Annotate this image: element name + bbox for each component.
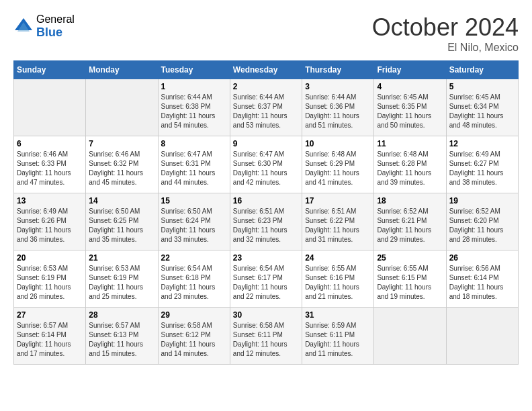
month-title: October 2024 [372,13,519,42]
calendar-cell: 11Sunrise: 6:48 AMSunset: 6:28 PMDayligh… [374,136,446,193]
day-number: 15 [161,196,227,205]
weekday-header-monday: Monday [86,61,158,79]
day-number: 31 [305,310,371,320]
calendar-cell: 15Sunrise: 6:50 AMSunset: 6:24 PMDayligh… [158,193,230,250]
cell-content: Sunrise: 6:48 AMSunset: 6:28 PMDaylight:… [377,150,443,187]
location-subtitle: El Nilo, Mexico [372,42,519,54]
cell-content: Sunrise: 6:44 AMSunset: 6:36 PMDaylight:… [305,93,371,130]
weekday-header-wednesday: Wednesday [230,61,302,79]
week-row-4: 27Sunrise: 6:57 AMSunset: 6:14 PMDayligh… [14,308,519,365]
logo-text: General Blue [36,13,75,40]
day-number: 18 [377,196,443,205]
day-number: 3 [305,82,371,91]
cell-content: Sunrise: 6:55 AMSunset: 6:16 PMDaylight:… [305,264,371,302]
day-number: 11 [377,139,443,148]
week-row-3: 20Sunrise: 6:53 AMSunset: 6:19 PMDayligh… [14,250,519,308]
cell-content: Sunrise: 6:58 AMSunset: 6:12 PMDaylight:… [161,321,227,359]
cell-content: Sunrise: 6:46 AMSunset: 6:33 PMDaylight:… [17,150,83,187]
day-number: 14 [89,196,154,205]
logo-icon [13,17,34,37]
cell-content: Sunrise: 6:47 AMSunset: 6:31 PMDaylight:… [161,150,227,187]
day-number: 8 [161,139,227,148]
logo-general: General [36,13,75,26]
weekday-header-tuesday: Tuesday [158,61,230,79]
calendar-cell: 24Sunrise: 6:55 AMSunset: 6:16 PMDayligh… [302,250,374,308]
day-number: 17 [305,196,371,205]
day-number: 19 [449,196,515,205]
calendar-cell: 1Sunrise: 6:44 AMSunset: 6:38 PMDaylight… [158,79,230,136]
calendar-cell: 23Sunrise: 6:54 AMSunset: 6:17 PMDayligh… [230,250,302,308]
calendar-table: SundayMondayTuesdayWednesdayThursdayFrid… [13,60,519,365]
calendar-cell: 28Sunrise: 6:57 AMSunset: 6:13 PMDayligh… [86,308,158,365]
cell-content: Sunrise: 6:49 AMSunset: 6:27 PMDaylight:… [449,150,515,187]
calendar-cell: 13Sunrise: 6:49 AMSunset: 6:26 PMDayligh… [14,193,86,250]
cell-content: Sunrise: 6:54 AMSunset: 6:17 PMDaylight:… [233,264,299,302]
calendar-header: SundayMondayTuesdayWednesdayThursdayFrid… [14,61,519,79]
day-number: 24 [305,253,371,263]
calendar-cell [374,308,446,365]
day-number: 16 [233,196,299,205]
title-block: October 2024 El Nilo, Mexico [372,13,519,54]
weekday-header-sunday: Sunday [14,61,86,79]
cell-content: Sunrise: 6:58 AMSunset: 6:11 PMDaylight:… [233,321,299,359]
cell-content: Sunrise: 6:54 AMSunset: 6:18 PMDaylight:… [161,264,227,302]
calendar-cell: 14Sunrise: 6:50 AMSunset: 6:25 PMDayligh… [86,193,158,250]
calendar-cell: 17Sunrise: 6:51 AMSunset: 6:22 PMDayligh… [302,193,374,250]
cell-content: Sunrise: 6:48 AMSunset: 6:29 PMDaylight:… [305,150,371,187]
cell-content: Sunrise: 6:53 AMSunset: 6:19 PMDaylight:… [89,264,154,302]
cell-content: Sunrise: 6:46 AMSunset: 6:32 PMDaylight:… [89,150,154,187]
week-row-0: 1Sunrise: 6:44 AMSunset: 6:38 PMDaylight… [14,79,519,136]
day-number: 27 [17,310,83,320]
day-number: 2 [233,82,299,91]
week-row-1: 6Sunrise: 6:46 AMSunset: 6:33 PMDaylight… [14,136,519,193]
calendar-cell: 31Sunrise: 6:59 AMSunset: 6:11 PMDayligh… [302,308,374,365]
day-number: 26 [449,253,515,263]
cell-content: Sunrise: 6:57 AMSunset: 6:13 PMDaylight:… [89,321,154,359]
logo: General Blue [13,13,75,40]
day-number: 22 [161,253,227,263]
weekday-header-thursday: Thursday [302,61,374,79]
calendar-cell: 21Sunrise: 6:53 AMSunset: 6:19 PMDayligh… [86,250,158,308]
calendar-cell: 19Sunrise: 6:52 AMSunset: 6:20 PMDayligh… [446,193,518,250]
day-number: 20 [17,253,83,263]
cell-content: Sunrise: 6:51 AMSunset: 6:23 PMDaylight:… [233,207,299,244]
calendar-cell: 30Sunrise: 6:58 AMSunset: 6:11 PMDayligh… [230,308,302,365]
cell-content: Sunrise: 6:47 AMSunset: 6:30 PMDaylight:… [233,150,299,187]
cell-content: Sunrise: 6:55 AMSunset: 6:15 PMDaylight:… [377,264,443,302]
day-number: 9 [233,139,299,148]
cell-content: Sunrise: 6:50 AMSunset: 6:25 PMDaylight:… [89,207,154,244]
cell-content: Sunrise: 6:51 AMSunset: 6:22 PMDaylight:… [305,207,371,244]
calendar-cell: 16Sunrise: 6:51 AMSunset: 6:23 PMDayligh… [230,193,302,250]
day-number: 25 [377,253,443,263]
weekday-header-friday: Friday [374,61,446,79]
cell-content: Sunrise: 6:57 AMSunset: 6:14 PMDaylight:… [17,321,83,359]
day-number: 30 [233,310,299,320]
day-number: 23 [233,253,299,263]
cell-content: Sunrise: 6:53 AMSunset: 6:19 PMDaylight:… [17,264,83,302]
calendar-cell: 10Sunrise: 6:48 AMSunset: 6:29 PMDayligh… [302,136,374,193]
day-number: 6 [17,139,83,148]
calendar-cell: 6Sunrise: 6:46 AMSunset: 6:33 PMDaylight… [14,136,86,193]
cell-content: Sunrise: 6:59 AMSunset: 6:11 PMDaylight:… [305,321,371,359]
cell-content: Sunrise: 6:52 AMSunset: 6:20 PMDaylight:… [449,207,515,244]
cell-content: Sunrise: 6:44 AMSunset: 6:37 PMDaylight:… [233,93,299,130]
calendar-cell: 27Sunrise: 6:57 AMSunset: 6:14 PMDayligh… [14,308,86,365]
calendar-cell: 18Sunrise: 6:52 AMSunset: 6:21 PMDayligh… [374,193,446,250]
calendar-cell: 22Sunrise: 6:54 AMSunset: 6:18 PMDayligh… [158,250,230,308]
day-number: 21 [89,253,154,263]
calendar-cell: 5Sunrise: 6:45 AMSunset: 6:34 PMDaylight… [446,79,518,136]
week-row-2: 13Sunrise: 6:49 AMSunset: 6:26 PMDayligh… [14,193,519,250]
day-number: 1 [161,82,227,91]
cell-content: Sunrise: 6:45 AMSunset: 6:34 PMDaylight:… [449,93,515,130]
cell-content: Sunrise: 6:56 AMSunset: 6:14 PMDaylight:… [449,264,515,302]
calendar-cell: 8Sunrise: 6:47 AMSunset: 6:31 PMDaylight… [158,136,230,193]
logo-blue: Blue [36,26,75,40]
day-number: 29 [161,310,227,320]
day-number: 28 [89,310,154,320]
cell-content: Sunrise: 6:49 AMSunset: 6:26 PMDaylight:… [17,207,83,244]
day-number: 4 [377,82,443,91]
calendar-cell: 4Sunrise: 6:45 AMSunset: 6:35 PMDaylight… [374,79,446,136]
calendar-cell [14,79,86,136]
cell-content: Sunrise: 6:50 AMSunset: 6:24 PMDaylight:… [161,207,227,244]
day-number: 13 [17,196,83,205]
